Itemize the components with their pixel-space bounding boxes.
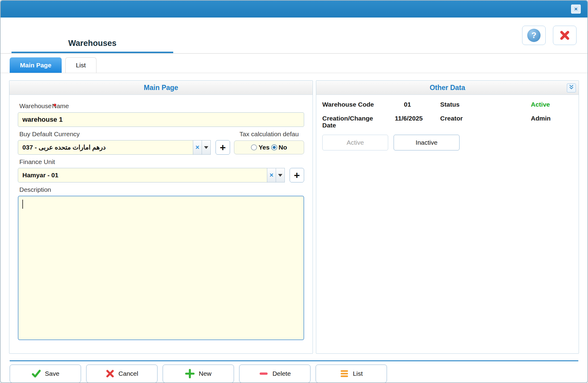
tax-yes-radio[interactable] (251, 144, 257, 150)
save-button[interactable]: Save (10, 365, 81, 383)
buy-default-currency-combo: 037 - درهم امارات متحده عربی × (18, 140, 211, 155)
text-caret (22, 200, 23, 209)
finance-unit-dropdown-button[interactable] (276, 168, 285, 182)
tax-no-label: No (279, 144, 287, 151)
double-chevron-down-icon (568, 84, 574, 92)
close-button[interactable] (553, 26, 577, 45)
save-button-label: Save (45, 370, 60, 377)
finance-unit-combo: Hamyar - 01 × (18, 168, 285, 182)
warehouses-window: × Warehouses ? Main Page List (0, 0, 588, 383)
add-currency-button[interactable]: + (216, 140, 230, 155)
collapse-panel-button[interactable] (567, 83, 576, 92)
finance-unit-clear-button[interactable]: × (267, 168, 276, 182)
other-data-grid: Warehouse Code 01 Status Active Creation… (322, 101, 574, 127)
tab-list[interactable]: List (65, 57, 96, 73)
required-marker: * (54, 102, 56, 110)
bottom-toolbar: Save Cancel New (1, 361, 587, 383)
tax-calculation-label: Tax calculation defau (239, 130, 304, 138)
tax-radio-group: Yes No (234, 140, 304, 154)
add-finance-unit-button[interactable]: + (290, 168, 304, 182)
new-button-label: New (199, 370, 211, 377)
chevron-down-icon (204, 146, 208, 149)
save-check-icon (31, 369, 41, 378)
finance-unit-value[interactable]: Hamyar - 01 (18, 168, 267, 182)
cancel-button-label: Cancel (119, 370, 138, 377)
main-page-panel-header: Main Page (9, 81, 313, 95)
close-x-icon (559, 30, 570, 41)
titlebar-close-button[interactable]: × (571, 5, 581, 14)
creation-date-value: 11/6/2025 (395, 115, 440, 122)
tax-no-option[interactable]: No (271, 144, 287, 151)
delete-minus-icon (259, 369, 268, 378)
page-title: Warehouses (68, 39, 117, 48)
description-textarea[interactable] (18, 196, 304, 340)
tax-yes-label: Yes (258, 144, 269, 151)
warehouse-code-label: Warehouse Code (322, 101, 395, 108)
help-icon: ? (527, 29, 541, 42)
main-page-panel: Main Page Warehouse*Name Buy Default Cur… (9, 80, 313, 354)
page-header: Warehouses ? (1, 18, 587, 54)
currency-clear-button[interactable]: × (193, 140, 202, 155)
other-data-body: Warehouse Code 01 Status Active Creation… (316, 95, 579, 150)
help-button[interactable]: ? (522, 26, 546, 45)
clear-icon: × (270, 172, 274, 179)
cancel-button[interactable]: Cancel (86, 365, 158, 383)
status-value: Active (531, 101, 574, 108)
other-data-panel: Other Data Warehouse Code 01 Status Acti… (316, 80, 579, 354)
buy-default-currency-value[interactable]: 037 - درهم امارات متحده عربی (18, 140, 193, 155)
tax-yes-option[interactable]: Yes (251, 144, 269, 151)
currency-dropdown-button[interactable] (202, 140, 211, 155)
other-data-panel-title: Other Data (430, 84, 465, 92)
window-titlebar: × (1, 1, 587, 18)
creator-value: Admin (531, 115, 574, 122)
warehouse-name-input[interactable] (18, 112, 304, 127)
list-hamburger-icon (340, 369, 349, 378)
list-button-label: List (353, 370, 363, 377)
tabstrip: Main Page List (1, 54, 587, 73)
chevron-down-icon (278, 174, 282, 177)
list-button[interactable]: List (316, 365, 387, 383)
content-area: Main Page Warehouse*Name Buy Default Cur… (1, 73, 587, 354)
other-data-panel-header: Other Data (316, 81, 579, 95)
delete-button-label: Delete (272, 370, 291, 377)
status-buttons: Active Inactive (322, 135, 574, 150)
new-button[interactable]: New (163, 365, 234, 383)
warehouse-name-label: Warehouse*Name (19, 101, 304, 110)
plus-icon: + (220, 142, 226, 153)
buy-default-currency-label: Buy Default Currency (19, 130, 80, 138)
header-buttons: ? (522, 26, 577, 45)
page-title-wrap: Warehouses (11, 39, 173, 53)
plus-icon: + (294, 170, 300, 180)
clear-icon: × (196, 144, 200, 151)
cancel-x-icon (106, 369, 115, 378)
active-button[interactable]: Active (322, 135, 388, 150)
finance-unit-row: Hamyar - 01 × + (18, 168, 304, 182)
new-plus-icon (185, 369, 195, 378)
description-label: Description (19, 186, 304, 193)
tax-no-radio[interactable] (271, 144, 277, 150)
status-label: Status (440, 101, 531, 108)
main-page-panel-title: Main Page (144, 84, 178, 92)
delete-button[interactable]: Delete (239, 365, 310, 383)
finance-unit-label: Finance Unit (19, 158, 304, 166)
creation-date-label: Creation/Change Date (322, 115, 374, 127)
currency-row: 037 - درهم امارات متحده عربی × + (18, 140, 304, 155)
close-icon: × (574, 6, 577, 12)
currency-tax-labels-row: Buy Default Currency Tax calculation def… (18, 127, 304, 140)
main-page-panel-body: Warehouse*Name Buy Default Currency Tax … (9, 95, 313, 353)
inactive-button[interactable]: Inactive (394, 135, 460, 150)
creator-label: Creator (440, 115, 531, 122)
warehouse-code-value: 01 (395, 101, 440, 108)
tab-main-page[interactable]: Main Page (10, 57, 62, 73)
